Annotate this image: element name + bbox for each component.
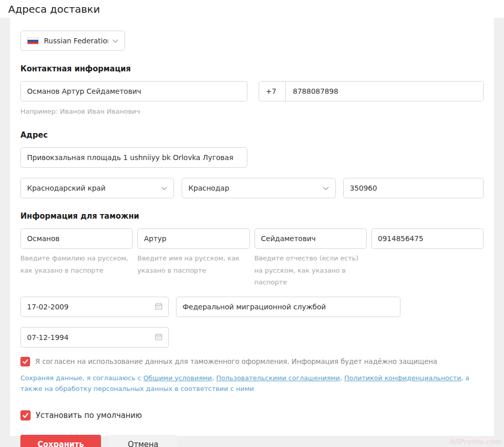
first-name-hint: Введите имя на русском, как указано в па… <box>137 252 249 276</box>
street-address-input[interactable] <box>20 147 247 168</box>
phone-number-input[interactable] <box>286 82 483 101</box>
privacy-policy-link[interactable]: Политикой конфиденциальности <box>344 374 461 382</box>
russia-flag-icon <box>27 37 39 45</box>
middle-name-input[interactable] <box>255 228 367 249</box>
last-name-hint: Введите фамилию на русском, как указано … <box>20 252 133 276</box>
city-select[interactable]: Краснодар <box>182 178 335 198</box>
country-select-value: Russian Federation <box>44 37 108 45</box>
middle-name-hint: Введите отчество (если есть) на русском,… <box>255 252 367 288</box>
first-name-input[interactable] <box>137 228 249 249</box>
watermark: AliProsto.com <box>449 438 501 445</box>
chevron-down-icon <box>161 187 167 190</box>
region-select[interactable]: Краснодарский край <box>20 178 174 198</box>
legal-separator: , <box>212 374 216 382</box>
passport-number-input[interactable] <box>371 228 484 249</box>
calendar-icon[interactable] <box>155 333 163 341</box>
legal-text: Сохраняя данные, я соглашаюсь с Общими у… <box>20 373 472 394</box>
region-select-value: Краснодарский край <box>27 184 157 192</box>
country-select[interactable]: Russian Federation <box>20 31 125 51</box>
contact-section-heading: Контактная информация <box>20 64 484 73</box>
birth-date-input[interactable] <box>20 327 169 348</box>
passport-issue-date-input[interactable] <box>20 297 169 317</box>
terms-link[interactable]: Общими условиями <box>143 374 212 382</box>
birth-date-field <box>20 327 169 348</box>
chevron-down-icon <box>323 187 329 190</box>
full-name-input[interactable] <box>20 81 247 101</box>
page-header: Адреса доставки <box>0 0 504 18</box>
calendar-icon[interactable] <box>155 302 163 310</box>
customs-section-heading: Информация для таможни <box>20 212 484 221</box>
set-default-checkbox[interactable] <box>20 410 31 420</box>
phone-country-code: +7 <box>259 82 286 101</box>
legal-prefix: Сохраняя данные, я соглашаюсь с <box>20 374 143 382</box>
address-form-card: Russian Federation Контактная информация… <box>10 18 494 436</box>
customs-consent-label: Я согласен на использование данных для т… <box>35 357 437 366</box>
customs-consent-checkbox[interactable] <box>20 357 30 366</box>
passport-issued-by-input[interactable] <box>176 297 400 317</box>
city-select-value: Краснодар <box>188 184 318 192</box>
set-default-label: Установить по умолчанию <box>36 410 142 420</box>
passport-issue-date-field <box>20 297 169 317</box>
legal-separator: , <box>340 374 344 382</box>
full-name-hint: Например: Иванов Иван Иванович <box>20 106 247 117</box>
page: Адреса доставки Russian Federation Конта… <box>0 0 504 447</box>
save-button[interactable]: Сохранить <box>20 435 101 447</box>
last-name-input[interactable] <box>20 228 133 249</box>
user-agreement-link[interactable]: Пользовательскими соглашениями <box>216 374 340 382</box>
chevron-down-icon <box>112 39 118 43</box>
page-title: Адреса доставки <box>8 3 100 15</box>
zip-code-input[interactable] <box>343 178 484 198</box>
phone-field: +7 <box>259 81 484 101</box>
address-section-heading: Адрес <box>20 130 484 140</box>
cancel-button[interactable]: Отмена <box>109 435 177 447</box>
